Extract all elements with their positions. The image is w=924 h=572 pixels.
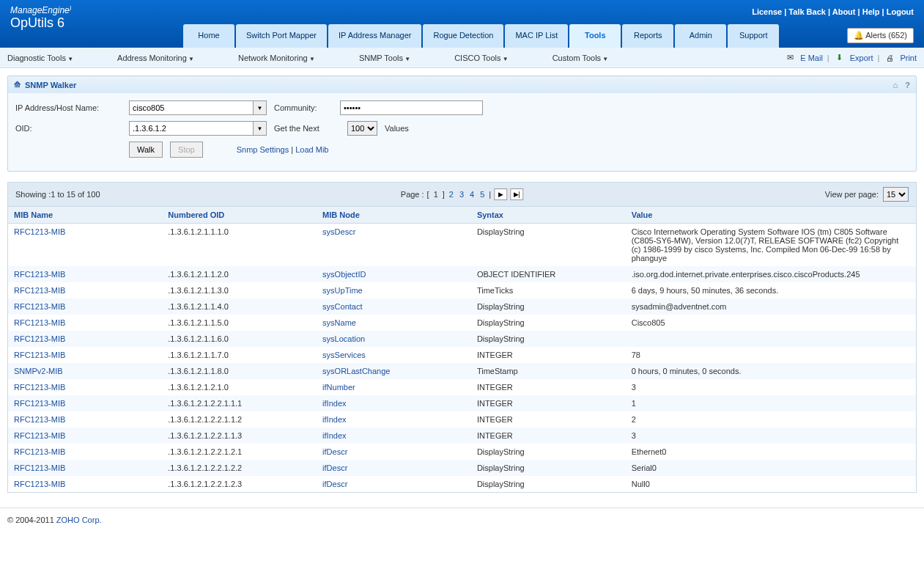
- page-1[interactable]: 1: [432, 190, 440, 199]
- link-license[interactable]: License: [752, 7, 782, 16]
- tab-tools[interactable]: Tools: [569, 24, 621, 48]
- cell-mib[interactable]: RFC1213-MIB: [8, 379, 163, 395]
- stop-button[interactable]: Stop: [170, 142, 203, 158]
- tab-admin[interactable]: Admin: [675, 24, 726, 48]
- community-input[interactable]: [340, 100, 483, 115]
- subnav-snmp[interactable]: SNMP Tools: [359, 54, 410, 62]
- tab-rogue-detection[interactable]: Rogue Detection: [423, 24, 503, 48]
- cell-oid: .1.3.6.1.2.1.1.2.0: [162, 266, 317, 282]
- ip-input[interactable]: [129, 100, 254, 115]
- snmp-settings-link[interactable]: Snmp Settings: [237, 145, 289, 154]
- link-help[interactable]: Help: [862, 7, 880, 16]
- cell-node[interactable]: ifDescr: [317, 444, 471, 460]
- next-page-btn[interactable]: ▶: [494, 188, 507, 200]
- tab-ip-address-manager[interactable]: IP Address Manager: [328, 24, 421, 48]
- page-5[interactable]: 5: [478, 190, 486, 199]
- cell-mib[interactable]: RFC1213-MIB: [8, 224, 163, 267]
- cell-node[interactable]: sysUpTime: [317, 282, 471, 298]
- oid-dropdown-btn[interactable]: ▼: [254, 121, 267, 136]
- cell-value: Null0: [626, 476, 917, 493]
- cell-mib[interactable]: RFC1213-MIB: [8, 331, 163, 347]
- cell-node[interactable]: sysORLastChange: [317, 363, 471, 379]
- cell-syntax: TimeStamp: [471, 363, 626, 379]
- home-icon[interactable]: ⌂: [893, 81, 898, 89]
- col-syntax[interactable]: Syntax: [471, 207, 626, 224]
- cell-mib[interactable]: RFC1213-MIB: [8, 411, 163, 428]
- cell-value: 6 days, 9 hours, 50 minutes, 36 seconds.: [626, 282, 917, 298]
- cell-mib[interactable]: RFC1213-MIB: [8, 476, 163, 493]
- export-link[interactable]: Export: [850, 54, 873, 62]
- cell-node[interactable]: ifDescr: [317, 476, 471, 493]
- cell-value: 3: [626, 428, 917, 444]
- bell-icon: 🔔: [854, 31, 864, 40]
- col-mib-name[interactable]: MIB Name: [8, 207, 163, 224]
- cell-value: Cisco805: [626, 315, 917, 331]
- cell-node[interactable]: sysDescr: [317, 224, 471, 267]
- cell-mib[interactable]: RFC1213-MIB: [8, 298, 163, 315]
- view-per-page-select[interactable]: 15: [883, 187, 909, 202]
- cell-mib[interactable]: RFC1213-MIB: [8, 444, 163, 460]
- cell-node[interactable]: sysContact: [317, 298, 471, 315]
- copyright: © 2004-2011: [7, 516, 56, 524]
- link-talkback[interactable]: Talk Back: [788, 7, 826, 16]
- table-row: RFC1213-MIB.1.3.6.1.2.1.1.1.0sysDescrDis…: [8, 224, 917, 267]
- subnav-custom[interactable]: Custom Tools: [552, 54, 609, 62]
- mail-icon: ✉: [784, 53, 796, 62]
- cell-node[interactable]: sysServices: [317, 347, 471, 363]
- cell-mib[interactable]: RFC1213-MIB: [8, 266, 163, 282]
- load-mib-link[interactable]: Load Mib: [295, 145, 328, 154]
- col-oid[interactable]: Numbered OID: [162, 207, 317, 224]
- panel-title: SNMP Walker: [25, 81, 76, 89]
- pager-bar: Showing :1 to 15 of 100 Page : [1] 2 3 4…: [7, 182, 917, 206]
- oid-input[interactable]: [129, 121, 254, 136]
- cell-mib[interactable]: RFC1213-MIB: [8, 282, 163, 298]
- cell-value: 3: [626, 379, 917, 395]
- cell-node[interactable]: ifIndex: [317, 411, 471, 428]
- cell-mib[interactable]: RFC1213-MIB: [8, 428, 163, 444]
- cell-oid: .1.3.6.1.2.1.1.5.0: [162, 315, 317, 331]
- table-row: RFC1213-MIB.1.3.6.1.2.1.1.7.0sysServices…: [8, 347, 917, 363]
- email-link[interactable]: E Mail: [800, 54, 823, 62]
- link-logout[interactable]: Logout: [887, 7, 914, 16]
- page-label: Page :: [401, 190, 424, 199]
- count-select[interactable]: 100: [347, 121, 377, 136]
- cell-node[interactable]: sysLocation: [317, 331, 471, 347]
- print-link[interactable]: Print: [900, 54, 917, 62]
- col-node[interactable]: MIB Node: [317, 207, 471, 224]
- page-2[interactable]: 2: [448, 190, 455, 199]
- oid-label: OID:: [15, 124, 122, 133]
- walk-button[interactable]: Walk: [129, 142, 163, 158]
- page-3[interactable]: 3: [458, 190, 465, 199]
- last-page-btn[interactable]: ▶|: [510, 188, 523, 200]
- cell-mib[interactable]: RFC1213-MIB: [8, 347, 163, 363]
- cell-mib[interactable]: RFC1213-MIB: [8, 315, 163, 331]
- cell-mib[interactable]: RFC1213-MIB: [8, 460, 163, 476]
- cell-value: [626, 331, 917, 347]
- ip-dropdown-btn[interactable]: ▼: [254, 100, 267, 115]
- cell-node[interactable]: sysObjectID: [317, 266, 471, 282]
- tab-reports[interactable]: Reports: [622, 24, 673, 48]
- cell-node[interactable]: ifIndex: [317, 395, 471, 411]
- subnav-network[interactable]: Network Monitoring: [238, 54, 315, 62]
- table-row: RFC1213-MIB.1.3.6.1.2.1.2.2.1.1.1ifIndex…: [8, 395, 917, 411]
- zoho-link[interactable]: ZOHO Corp.: [56, 516, 102, 524]
- page-4[interactable]: 4: [468, 190, 476, 199]
- alerts-badge[interactable]: 🔔 Alerts (652): [847, 28, 914, 43]
- cell-mib[interactable]: SNMPv2-MIB: [8, 363, 163, 379]
- cell-oid: .1.3.6.1.2.1.2.2.1.1.1: [162, 395, 317, 411]
- tab-support[interactable]: Support: [728, 24, 779, 48]
- cell-node[interactable]: ifDescr: [317, 460, 471, 476]
- cell-node[interactable]: ifIndex: [317, 428, 471, 444]
- tab-home[interactable]: Home: [183, 24, 234, 48]
- cell-node[interactable]: ifNumber: [317, 379, 471, 395]
- tab-mac-ip-list[interactable]: MAC IP List: [505, 24, 568, 48]
- subnav-diagnostic[interactable]: Diagnostic Tools: [7, 54, 73, 62]
- link-about[interactable]: About: [832, 7, 856, 16]
- cell-mib[interactable]: RFC1213-MIB: [8, 395, 163, 411]
- subnav-cisco[interactable]: CISCO Tools: [454, 54, 509, 62]
- cell-node[interactable]: sysName: [317, 315, 471, 331]
- col-value[interactable]: Value: [626, 207, 917, 224]
- tab-switch-port-mapper[interactable]: Switch Port Mapper: [236, 24, 327, 48]
- subnav-address[interactable]: Address Monitoring: [117, 54, 194, 62]
- help-icon[interactable]: ?: [905, 81, 910, 89]
